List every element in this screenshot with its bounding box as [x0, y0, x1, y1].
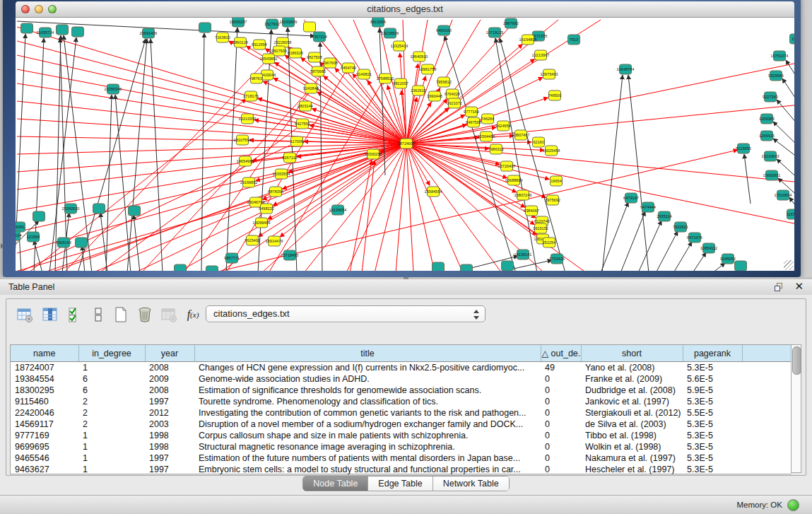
tab-network-table[interactable]: Network Table [433, 477, 509, 491]
yellow-paper-node[interactable]: 10688809 [505, 175, 523, 185]
float-panel-icon[interactable] [775, 283, 784, 292]
teal-paper-node[interactable]: 8471676 [687, 233, 702, 243]
teal-paper-node[interactable] [175, 264, 187, 271]
yellow-paper-node[interactable]: 16353554 [273, 169, 290, 179]
network-window-titlebar[interactable]: citations_edges.txt [16, 1, 794, 18]
teal-paper-node[interactable]: 8813054 [370, 18, 386, 27]
select-column-icon[interactable] [40, 305, 60, 325]
teal-paper-node[interactable] [57, 25, 69, 35]
yellow-paper-node[interactable]: 9777169 [464, 107, 479, 117]
yellow-paper-node[interactable]: 1362615 [411, 86, 426, 95]
teal-paper-node[interactable]: 1112 [790, 34, 795, 44]
yellow-paper-node[interactable]: 8454749 [341, 63, 356, 73]
teal-paper-node[interactable]: 8215953 [736, 144, 751, 153]
column-header-5[interactable]: short [581, 345, 683, 362]
yellow-paper-node[interactable]: 7975692 [545, 195, 560, 205]
yellow-paper-node[interactable]: 6794028 [445, 89, 460, 99]
teal-paper-node[interactable]: 17016504 [775, 190, 792, 200]
table-row[interactable]: 977716911998Corpus callosum shape and si… [11, 430, 792, 441]
teal-paper-node[interactable]: 1527602 [264, 19, 280, 29]
yellow-paper-node[interactable]: 19654985 [237, 156, 254, 166]
teal-paper-node[interactable]: 2887682 [503, 18, 519, 28]
teal-paper-node[interactable]: 10654112 [700, 243, 717, 253]
teal-paper-node[interactable]: 9474444 [640, 202, 656, 212]
select-rows-icon[interactable] [66, 305, 86, 325]
yellow-paper-node[interactable]: 8267110 [282, 153, 297, 163]
yellow-paper-node[interactable]: 8186328 [288, 48, 303, 58]
teal-paper-node[interactable]: 14136141 [514, 250, 532, 259]
new-document-icon[interactable] [111, 305, 131, 325]
column-header-6[interactable]: pagerank [683, 345, 742, 362]
yellow-paper-node[interactable]: 12325419 [391, 41, 408, 51]
yellow-paper-node[interactable]: 9242848 [303, 83, 319, 93]
yellow-paper-node[interactable]: 3624554 [495, 121, 511, 131]
yellow-paper-node[interactable]: 16099489 [253, 218, 271, 228]
yellow-paper-node[interactable]: 7986322 [488, 144, 504, 154]
teal-paper-node[interactable]: 39119 [16, 230, 20, 240]
teal-paper-node[interactable] [33, 211, 45, 221]
yellow-paper-node[interactable]: 16807249 [514, 190, 532, 200]
yellow-paper-node[interactable]: 18300295 [365, 149, 382, 159]
yellow-paper-node[interactable]: 746266 [481, 114, 495, 124]
yellow-paper-node[interactable]: 2967608 [322, 58, 338, 68]
teal-paper-node[interactable] [206, 266, 218, 271]
teal-paper-node[interactable] [93, 204, 105, 214]
table-row[interactable]: 911546021997Tourette syndrome. Phenomeno… [11, 396, 792, 407]
teal-paper-node[interactable]: 5905193 [56, 238, 71, 247]
citation-network-graph[interactable]: 2105572420691406106552871527602160338097… [16, 18, 794, 271]
yellow-paper-node[interactable]: 19166852 [240, 177, 258, 187]
table-row[interactable]: 1938455462009Genome-wide association stu… [11, 373, 792, 385]
merge-columns-icon[interactable] [88, 305, 108, 325]
teal-paper-node[interactable] [21, 23, 33, 33]
teal-paper-node[interactable]: 7513 [568, 35, 580, 45]
teal-paper-node[interactable]: 21055724 [37, 28, 54, 37]
table-row[interactable]: 2242004622012Investigating the contribut… [11, 407, 792, 419]
yellow-paper-node[interactable]: 18724007 [398, 139, 416, 148]
teal-paper-node[interactable] [735, 261, 747, 271]
teal-paper-node[interactable]: 6479197 [623, 193, 639, 203]
table-row[interactable]: 946362711997Embryonic stem cells: a mode… [11, 464, 792, 475]
yellow-paper-node[interactable]: 8860128 [233, 37, 248, 47]
column-header-2[interactable]: year [145, 345, 194, 362]
yellow-paper-node[interactable]: 10973493 [541, 69, 558, 79]
yellow-paper-node[interactable]: 18107554 [234, 135, 252, 145]
teal-paper-node[interactable]: 15692951 [763, 170, 781, 180]
teal-paper-node[interactable]: 1733426 [549, 254, 565, 264]
yellow-paper-node[interactable]: 12213967 [532, 50, 550, 60]
yellow-paper-node[interactable]: 16154808 [519, 35, 537, 45]
teal-paper-node[interactable] [76, 238, 88, 247]
yellow-paper-node[interactable]: 8822057 [393, 78, 408, 88]
teal-paper-node[interactable]: 121568 [27, 232, 40, 242]
yellow-paper-node[interactable]: 1990448 [427, 91, 442, 101]
yellow-paper-node[interactable]: 5875685 [310, 66, 326, 76]
table-row[interactable]: 1456911722003Disruption of a novel membe… [11, 419, 792, 430]
yellow-paper-node[interactable]: 7955812 [436, 77, 452, 87]
column-header-0[interactable]: name [11, 345, 78, 362]
teal-paper-node[interactable]: 7632621 [673, 222, 688, 232]
panel-collapse-handle-icon[interactable] [1, 243, 4, 249]
yellow-paper-node[interactable]: 6497568 [466, 117, 481, 127]
yellow-paper-node[interactable]: 62160 [533, 137, 545, 147]
teal-paper-node[interactable]: 20691406 [140, 28, 158, 38]
function-builder-icon[interactable]: f(x) [183, 305, 203, 325]
yellow-paper-node[interactable]: 8912954 [252, 40, 267, 49]
teal-paper-node[interactable] [433, 262, 445, 271]
yellow-paper-node[interactable]: 9498222 [259, 204, 274, 214]
teal-paper-node[interactable]: 10719135 [486, 28, 504, 37]
yellow-paper-node[interactable]: 1615152 [533, 223, 548, 233]
teal-paper-node[interactable]: 16033809 [280, 18, 298, 27]
yellow-paper-node[interactable]: 16914479 [266, 236, 283, 246]
yellow-paper-node[interactable]: 19654 [551, 176, 563, 186]
table-row[interactable]: 969969511998Structural magnetic resonanc… [11, 441, 792, 452]
column-header-3[interactable]: title [194, 345, 541, 362]
teal-paper-node[interactable]: 16648784 [617, 64, 635, 74]
yellow-paper-node[interactable]: 2803144 [298, 101, 313, 111]
yellow-paper-node[interactable]: 7625402 [245, 235, 260, 245]
column-header-4[interactable]: △ out_de... [541, 345, 581, 362]
tab-edge-table[interactable]: Edge Table [368, 477, 433, 491]
teal-paper-node[interactable]: 1244415 [759, 131, 775, 141]
teal-paper-node[interactable]: 7357224 [312, 32, 327, 42]
yellow-paper-node[interactable]: 117006 [290, 136, 303, 146]
table-row[interactable]: 946554611997Estimation of the future num… [11, 452, 792, 464]
window-resize-grip[interactable] [784, 260, 794, 270]
